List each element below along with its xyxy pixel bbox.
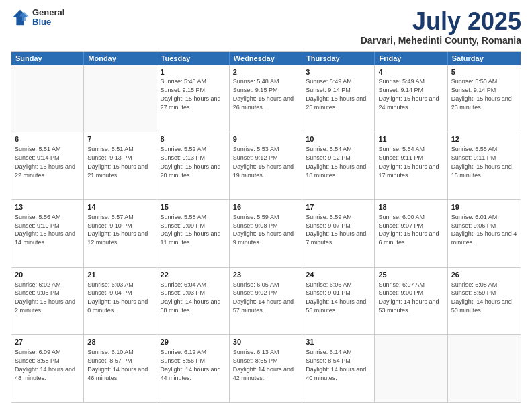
cal-cell: 16Sunrise: 5:59 AM Sunset: 9:08 PM Dayli… <box>230 200 302 267</box>
cal-row-4: 27Sunrise: 6:09 AM Sunset: 8:58 PM Dayli… <box>11 334 521 402</box>
cal-header-day-monday: Monday <box>84 52 157 65</box>
cal-row-3: 20Sunrise: 6:02 AM Sunset: 9:05 PM Dayli… <box>11 267 521 335</box>
day-number: 26 <box>451 270 517 280</box>
cell-details: Sunrise: 5:55 AM Sunset: 9:11 PM Dayligh… <box>451 146 512 178</box>
cell-details: Sunrise: 6:07 AM Sunset: 9:00 PM Dayligh… <box>378 281 439 314</box>
cell-details: Sunrise: 6:02 AM Sunset: 9:05 PM Dayligh… <box>15 281 75 314</box>
cell-details: Sunrise: 5:54 AM Sunset: 9:12 PM Dayligh… <box>306 146 366 178</box>
logo: General Blue <box>11 8 64 28</box>
cal-header-day-tuesday: Tuesday <box>157 52 230 65</box>
cell-details: Sunrise: 6:13 AM Sunset: 8:55 PM Dayligh… <box>233 349 294 381</box>
day-number: 17 <box>306 202 371 212</box>
cal-cell: 30Sunrise: 6:13 AM Sunset: 8:55 PM Dayli… <box>230 335 302 402</box>
day-number: 25 <box>378 270 443 280</box>
cal-cell: 2Sunrise: 5:48 AM Sunset: 9:15 PM Daylig… <box>230 65 302 132</box>
day-number: 15 <box>161 202 226 212</box>
cal-cell: 29Sunrise: 6:12 AM Sunset: 8:56 PM Dayli… <box>157 335 230 402</box>
day-number: 30 <box>233 337 298 347</box>
day-number: 23 <box>233 270 298 280</box>
cal-header-day-thursday: Thursday <box>302 52 375 65</box>
title-block: July 2025 Darvari, Mehedinti County, Rom… <box>361 8 521 46</box>
cal-cell: 4Sunrise: 5:49 AM Sunset: 9:14 PM Daylig… <box>375 65 447 132</box>
cell-details: Sunrise: 5:58 AM Sunset: 9:09 PM Dayligh… <box>161 214 221 246</box>
cal-cell: 3Sunrise: 5:49 AM Sunset: 9:14 PM Daylig… <box>302 65 375 132</box>
cell-details: Sunrise: 6:01 AM Sunset: 9:06 PM Dayligh… <box>451 214 517 246</box>
day-number: 22 <box>161 270 226 280</box>
cell-details: Sunrise: 6:06 AM Sunset: 9:01 PM Dayligh… <box>306 281 366 314</box>
cal-cell: 15Sunrise: 5:58 AM Sunset: 9:09 PM Dayli… <box>157 200 230 267</box>
cell-details: Sunrise: 5:50 AM Sunset: 9:14 PM Dayligh… <box>451 78 512 110</box>
cal-cell: 1Sunrise: 5:48 AM Sunset: 9:15 PM Daylig… <box>157 65 230 132</box>
day-number: 18 <box>378 202 443 212</box>
cell-details: Sunrise: 5:48 AM Sunset: 9:15 PM Dayligh… <box>233 78 294 110</box>
cal-cell: 25Sunrise: 6:07 AM Sunset: 9:00 PM Dayli… <box>375 268 447 335</box>
day-number: 4 <box>378 67 443 77</box>
cell-details: Sunrise: 5:57 AM Sunset: 9:10 PM Dayligh… <box>87 214 148 246</box>
day-number: 11 <box>378 134 443 144</box>
cal-cell: 26Sunrise: 6:08 AM Sunset: 8:59 PM Dayli… <box>448 268 521 335</box>
cal-cell: 8Sunrise: 5:52 AM Sunset: 9:13 PM Daylig… <box>157 132 230 199</box>
cell-details: Sunrise: 5:52 AM Sunset: 9:13 PM Dayligh… <box>161 146 221 178</box>
day-number: 29 <box>161 337 226 347</box>
cal-cell: 28Sunrise: 6:10 AM Sunset: 8:57 PM Dayli… <box>84 335 157 402</box>
cal-cell: 5Sunrise: 5:50 AM Sunset: 9:14 PM Daylig… <box>448 65 521 132</box>
day-number: 12 <box>451 134 517 144</box>
cell-details: Sunrise: 5:56 AM Sunset: 9:10 PM Dayligh… <box>15 214 75 246</box>
cal-cell: 19Sunrise: 6:01 AM Sunset: 9:06 PM Dayli… <box>448 200 521 267</box>
cal-cell: 11Sunrise: 5:54 AM Sunset: 9:11 PM Dayli… <box>375 132 447 199</box>
cal-cell: 9Sunrise: 5:53 AM Sunset: 9:12 PM Daylig… <box>230 132 302 199</box>
cal-cell <box>11 65 84 132</box>
cal-cell: 18Sunrise: 6:00 AM Sunset: 9:07 PM Dayli… <box>375 200 447 267</box>
day-number: 5 <box>451 67 517 77</box>
cell-details: Sunrise: 6:04 AM Sunset: 9:03 PM Dayligh… <box>161 281 221 314</box>
day-number: 6 <box>15 134 80 144</box>
day-number: 9 <box>233 134 298 144</box>
subtitle: Darvari, Mehedinti County, Romania <box>361 35 521 46</box>
cell-details: Sunrise: 5:53 AM Sunset: 9:12 PM Dayligh… <box>233 146 294 178</box>
calendar: SundayMondayTuesdayWednesdayThursdayFrid… <box>11 51 521 403</box>
cal-cell: 21Sunrise: 6:03 AM Sunset: 9:04 PM Dayli… <box>84 268 157 335</box>
cal-cell: 10Sunrise: 5:54 AM Sunset: 9:12 PM Dayli… <box>302 132 375 199</box>
cal-cell <box>448 335 521 402</box>
logo-general-text: General <box>32 8 64 17</box>
calendar-body: 1Sunrise: 5:48 AM Sunset: 9:15 PM Daylig… <box>11 65 521 402</box>
page: General Blue July 2025 Darvari, Mehedint… <box>0 0 532 411</box>
header: General Blue July 2025 Darvari, Mehedint… <box>11 8 521 46</box>
cal-cell: 14Sunrise: 5:57 AM Sunset: 9:10 PM Dayli… <box>84 200 157 267</box>
calendar-header: SundayMondayTuesdayWednesdayThursdayFrid… <box>11 52 521 65</box>
day-number: 14 <box>87 202 152 212</box>
cal-cell: 24Sunrise: 6:06 AM Sunset: 9:01 PM Dayli… <box>302 268 375 335</box>
cell-details: Sunrise: 5:54 AM Sunset: 9:11 PM Dayligh… <box>378 146 439 178</box>
cell-details: Sunrise: 6:03 AM Sunset: 9:04 PM Dayligh… <box>87 281 148 314</box>
cal-cell: 23Sunrise: 6:05 AM Sunset: 9:02 PM Dayli… <box>230 268 302 335</box>
day-number: 13 <box>15 202 80 212</box>
day-number: 31 <box>306 337 371 347</box>
day-number: 24 <box>306 270 371 280</box>
cal-row-0: 1Sunrise: 5:48 AM Sunset: 9:15 PM Daylig… <box>11 65 521 132</box>
cell-details: Sunrise: 6:00 AM Sunset: 9:07 PM Dayligh… <box>378 214 439 246</box>
day-number: 28 <box>87 337 152 347</box>
day-number: 7 <box>87 134 152 144</box>
cal-header-day-wednesday: Wednesday <box>230 52 302 65</box>
cell-details: Sunrise: 5:51 AM Sunset: 9:14 PM Dayligh… <box>15 146 75 178</box>
cell-details: Sunrise: 5:49 AM Sunset: 9:14 PM Dayligh… <box>378 78 439 110</box>
cell-details: Sunrise: 5:59 AM Sunset: 9:07 PM Dayligh… <box>306 214 366 246</box>
cal-cell: 13Sunrise: 5:56 AM Sunset: 9:10 PM Dayli… <box>11 200 84 267</box>
cal-cell: 12Sunrise: 5:55 AM Sunset: 9:11 PM Dayli… <box>448 132 521 199</box>
day-number: 1 <box>161 67 226 77</box>
cal-cell: 6Sunrise: 5:51 AM Sunset: 9:14 PM Daylig… <box>11 132 84 199</box>
logo-blue-text: Blue <box>32 17 64 27</box>
cell-details: Sunrise: 5:59 AM Sunset: 9:08 PM Dayligh… <box>233 214 294 246</box>
cal-header-day-sunday: Sunday <box>11 52 84 65</box>
cell-details: Sunrise: 6:10 AM Sunset: 8:57 PM Dayligh… <box>87 349 148 381</box>
cal-row-2: 13Sunrise: 5:56 AM Sunset: 9:10 PM Dayli… <box>11 199 521 267</box>
day-number: 8 <box>161 134 226 144</box>
cal-cell: 17Sunrise: 5:59 AM Sunset: 9:07 PM Dayli… <box>302 200 375 267</box>
cal-row-1: 6Sunrise: 5:51 AM Sunset: 9:14 PM Daylig… <box>11 132 521 199</box>
logo-text: General Blue <box>32 8 64 28</box>
day-number: 21 <box>87 270 152 280</box>
cal-cell <box>375 335 447 402</box>
day-number: 19 <box>451 202 517 212</box>
cal-header-day-saturday: Saturday <box>448 52 521 65</box>
day-number: 2 <box>233 67 298 77</box>
